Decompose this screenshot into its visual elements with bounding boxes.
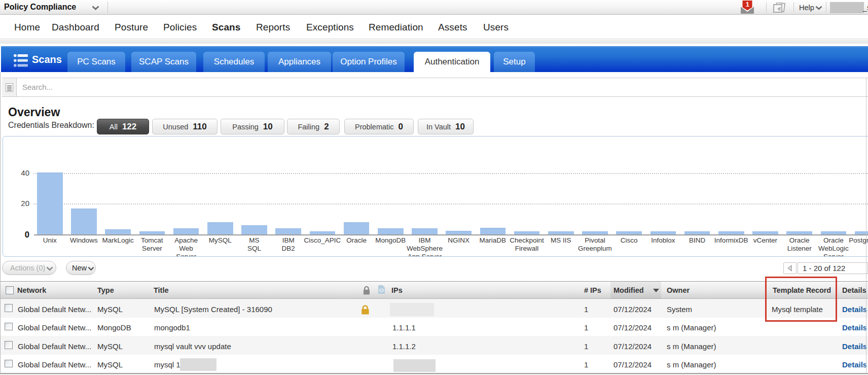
svg-text:1: 1: [746, 1, 749, 8]
svg-text:★: ★: [777, 6, 781, 12]
